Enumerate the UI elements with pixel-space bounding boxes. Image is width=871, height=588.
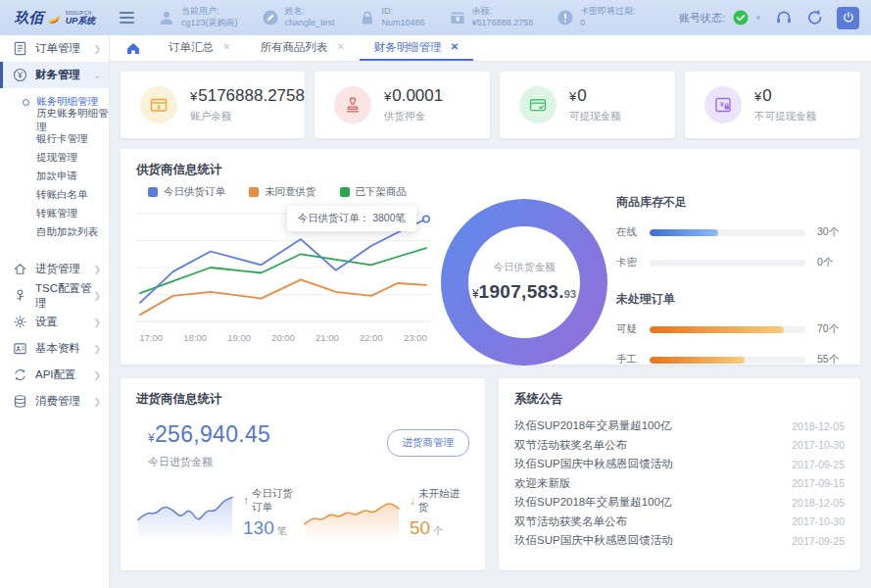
api-sync-icon: [13, 368, 27, 382]
logout-power-button[interactable]: [837, 7, 859, 29]
tab-close-icon[interactable]: ✕: [451, 42, 459, 52]
tab-order-summary[interactable]: 订单汇总 ✕: [154, 35, 245, 61]
alert-icon: [556, 9, 574, 26]
wallet-icon: ¥: [140, 86, 177, 123]
sidebar-item-orders[interactable]: 订单管理 ❯: [0, 35, 109, 62]
chevron-right-icon: ❯: [93, 318, 101, 327]
donut-label: 今日供货金额: [472, 261, 576, 274]
sidebar-item-consumption[interactable]: 消费管理 ❯: [0, 388, 109, 415]
support-headset-button[interactable]: [774, 8, 794, 27]
tab-label: 所有商品列表: [260, 40, 327, 55]
bar-row-card-key: 卡密 0个: [616, 256, 845, 270]
submenu-item-bank-card[interactable]: 银行卡管理: [0, 129, 109, 148]
not-started-stat: ↓ 未开始进货 50个: [303, 485, 469, 540]
database-icon: [13, 394, 27, 409]
balance-label: 余额:: [472, 6, 534, 18]
x-tick-label: 17:00: [139, 332, 163, 343]
tab-bar: 订单汇总 ✕ 所有商品列表 ✕ 财务明细管理 ✕: [110, 35, 871, 62]
legend-item-delisted-products[interactable]: 已下架商品: [340, 185, 408, 199]
submenu-item-transfer-whitelist[interactable]: 转账白名单: [0, 185, 109, 204]
submenu-item-add-funds[interactable]: 加款申请: [0, 167, 109, 185]
sidebar-item-tsc-config[interactable]: TSC配置管理 ❯: [0, 282, 109, 309]
notice-item[interactable]: 玖佰SUP国庆中秋感恩回馈活动 2017-09-25: [514, 455, 845, 474]
notice-item[interactable]: 双节活动获奖名单公布 2017-10-30: [514, 513, 845, 532]
header-balance: ¥ 余额: ¥5176888.2758: [449, 6, 534, 28]
status-chevron-down-icon[interactable]: ▼: [754, 14, 762, 23]
sidebar-item-purchase[interactable]: 进货管理 ❯: [0, 256, 109, 282]
refresh-button[interactable]: [805, 8, 825, 27]
notice-item[interactable]: 玖佰SUP2018年交易量超100亿 2018-12-05: [514, 493, 845, 513]
x-tick-label: 18:00: [183, 332, 207, 343]
sidebar-item-finance[interactable]: 财务管理 ⌄: [0, 62, 109, 88]
sidebar-item-api-config[interactable]: API配置 ❯: [0, 362, 109, 388]
notice-item[interactable]: 玖佰SUP2018年交易量超100亿 2018-12-05: [514, 416, 845, 436]
submenu-item-withdraw[interactable]: 提现管理: [0, 148, 109, 167]
header-id: ID: Num10486: [359, 6, 425, 28]
notice-date: 2018-12-05: [792, 420, 845, 432]
submenu-item-self-add-funds[interactable]: 自助加款列表: [0, 222, 109, 241]
sidebar-item-profile[interactable]: 基本资料 ❯: [0, 335, 109, 362]
x-tick-label: 19:00: [227, 332, 251, 343]
purchaser-stats-panel: 进货商信息统计 ¥256,940.45 今日进货金额 进货商管理 ↑ 今日: [121, 378, 485, 570]
x-tick-label: 22:00: [360, 332, 383, 343]
balance-value: ¥5176888.2758: [472, 18, 534, 29]
legend-item-rejected-supply[interactable]: 未同意供货: [249, 185, 316, 199]
notice-date: 2017-09-25: [792, 535, 845, 547]
submenu-item-transfer[interactable]: 转账管理: [0, 204, 109, 222]
withdraw-card-icon: [519, 86, 556, 123]
app-logo: 玖佰 900SUP.CN UP系统: [0, 0, 110, 35]
card-value: 0.0001: [392, 86, 443, 105]
header-card-expire: 卡密即将过期: 0: [556, 6, 636, 28]
pending-bar-manual: [650, 357, 805, 364]
sidebar-label: 设置: [35, 315, 58, 329]
tab-close-icon[interactable]: ✕: [336, 42, 344, 52]
card-value: 0: [762, 86, 771, 105]
system-notices-panel: 系统公告 玖佰SUP2018年交易量超100亿 2018-12-05 双节活动获…: [499, 378, 860, 570]
header-current-user: 当前用户: cg123(采购商): [158, 6, 238, 28]
stat-value: 130: [243, 517, 274, 538]
top-bar: 玖佰 900SUP.CN UP系统 当前用户: cg123(采购商) 姓名: c…: [0, 0, 871, 35]
current-user-label: 当前用户:: [181, 6, 238, 18]
card-supply-deposit: ¥0.0001 供货押金: [315, 72, 490, 138]
tab-finance-detail[interactable]: 财务明细管理 ✕: [360, 35, 473, 61]
donut-column: 今日供货金额 ¥1907,583.93: [432, 180, 616, 383]
chart-legend: 今日供货订单 未同意供货 已下架商品: [148, 185, 432, 199]
card-label: 可提现金额: [569, 110, 621, 123]
purchaser-manage-button[interactable]: 进货商管理: [387, 429, 470, 457]
today-order-stat: ↑ 今日订货订单 130笔: [136, 485, 303, 540]
logo-text: 玖佰: [15, 9, 43, 27]
sidebar-item-settings[interactable]: 设置 ❯: [0, 309, 109, 335]
bars-column: 商品库存不足 在线 30个 卡密 0个 未处理订单 可疑 70个: [616, 180, 845, 383]
legend-swatch: [148, 187, 158, 197]
logo-subtext: 900SUP.CN UP系统: [66, 11, 96, 25]
notice-item[interactable]: 欢迎来新版 2017-09-15: [514, 474, 845, 494]
tab-all-products[interactable]: 所有商品列表 ✕: [245, 35, 359, 61]
today-purchase-amount: ¥256,940.45: [148, 421, 270, 448]
power-icon: [842, 11, 855, 24]
legend-item-supply-orders[interactable]: 今日供货订单: [148, 185, 225, 199]
sidebar-toggle-button[interactable]: [120, 12, 134, 24]
notice-text: 玖佰SUP2018年交易量超100亿: [514, 495, 671, 510]
chevron-right-icon: ❯: [93, 397, 101, 407]
legend-swatch: [249, 187, 259, 197]
chart-tooltip: 今日供货订单： 3800笔: [287, 206, 416, 231]
submenu-item-history-detail[interactable]: 历史账务明细管理: [0, 111, 109, 129]
document-icon: [13, 41, 27, 56]
supplier-line-chart: 今日供货订单 未同意供货 已下架商品 17:0018:0019:0020:002…: [136, 180, 432, 383]
bar-row-manual: 手工 55个: [616, 353, 845, 367]
notice-text: 玖佰SUP国庆中秋感恩回馈活动: [514, 533, 673, 548]
balance-icon: ¥: [449, 9, 466, 26]
status-check-icon[interactable]: [733, 10, 749, 25]
card-label: 供货押金: [384, 110, 443, 123]
name-value: changle_test: [285, 18, 335, 29]
notice-date: 2017-10-30: [792, 439, 845, 451]
arrow-down-icon: ↓: [410, 494, 415, 508]
card-non-withdrawable: ¥ ¥0 不可提现金额: [685, 72, 860, 138]
stock-shortage-title: 商品库存不足: [616, 194, 845, 211]
card-label: 账户余额: [190, 110, 305, 123]
notice-item[interactable]: 玖佰SUP国庆中秋感恩回馈活动 2017-09-25: [514, 531, 845, 551]
tab-close-icon[interactable]: ✕: [222, 42, 230, 52]
notice-item[interactable]: 双节活动获奖名单公布 2017-10-30: [514, 436, 845, 456]
svg-text:¥: ¥: [157, 104, 161, 111]
home-tab-button[interactable]: [110, 35, 154, 61]
